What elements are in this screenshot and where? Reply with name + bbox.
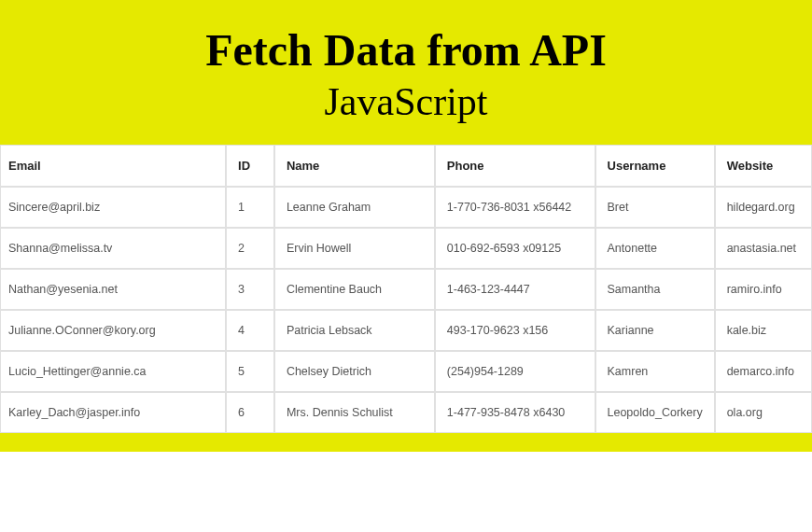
cell-website: hildegard.org [715, 187, 812, 228]
cell-username: Leopoldo_Corkery [595, 392, 715, 433]
cell-phone: 1-463-123-4447 [435, 269, 595, 310]
cell-username: Karianne [595, 310, 715, 351]
table-row: Shanna@melissa.tv2Ervin Howell010-692-65… [0, 228, 812, 269]
cell-id: 4 [226, 310, 274, 351]
page-title: Fetch Data from API [19, 26, 793, 76]
cell-email: Nathan@yesenia.net [0, 269, 226, 310]
cell-website: ramiro.info [715, 269, 812, 310]
cell-id: 2 [226, 228, 274, 269]
table-container: Email ID Name Phone Username Website Sin… [0, 145, 812, 433]
cell-phone: 493-170-9623 x156 [435, 310, 595, 351]
cell-website: ola.org [715, 392, 812, 433]
cell-phone: 1-770-736-8031 x56442 [435, 187, 595, 228]
column-header-phone: Phone [435, 145, 595, 187]
table-row: Karley_Dach@jasper.info6Mrs. Dennis Schu… [0, 392, 812, 433]
table-row: Sincere@april.biz1Leanne Graham1-770-736… [0, 187, 812, 228]
cell-name: Clementine Bauch [274, 269, 435, 310]
cell-name: Patricia Lebsack [274, 310, 435, 351]
page-subtitle: JavaScript [19, 79, 793, 124]
cell-email: Karley_Dach@jasper.info [0, 392, 226, 433]
footer-bar [0, 433, 812, 452]
cell-email: Sincere@april.biz [0, 187, 226, 228]
table-row: Lucio_Hettinger@annie.ca5Chelsey Dietric… [0, 351, 812, 392]
header-banner: Fetch Data from API JavaScript [0, 0, 812, 145]
column-header-name: Name [274, 145, 435, 187]
table-row: Nathan@yesenia.net3Clementine Bauch1-463… [0, 269, 812, 310]
column-header-id: ID [226, 145, 274, 187]
cell-name: Mrs. Dennis Schulist [274, 392, 435, 433]
cell-name: Leanne Graham [274, 187, 435, 228]
cell-phone: (254)954-1289 [435, 351, 595, 392]
column-header-email: Email [0, 145, 226, 187]
cell-email: Lucio_Hettinger@annie.ca [0, 351, 226, 392]
cell-id: 5 [226, 351, 274, 392]
cell-username: Bret [595, 187, 715, 228]
column-header-username: Username [595, 145, 715, 187]
cell-name: Ervin Howell [274, 228, 435, 269]
cell-id: 1 [226, 187, 274, 228]
cell-name: Chelsey Dietrich [274, 351, 435, 392]
cell-id: 3 [226, 269, 274, 310]
table-row: Julianne.OConner@kory.org4Patricia Lebsa… [0, 310, 812, 351]
table-header-row: Email ID Name Phone Username Website [0, 145, 812, 187]
cell-website: kale.biz [715, 310, 812, 351]
cell-email: Julianne.OConner@kory.org [0, 310, 226, 351]
cell-username: Kamren [595, 351, 715, 392]
cell-email: Shanna@melissa.tv [0, 228, 226, 269]
cell-phone: 010-692-6593 x09125 [435, 228, 595, 269]
cell-username: Antonette [595, 228, 715, 269]
cell-username: Samantha [595, 269, 715, 310]
data-table: Email ID Name Phone Username Website Sin… [0, 145, 812, 433]
cell-website: demarco.info [715, 351, 812, 392]
cell-phone: 1-477-935-8478 x6430 [435, 392, 595, 433]
cell-website: anastasia.net [715, 228, 812, 269]
column-header-website: Website [715, 145, 812, 187]
cell-id: 6 [226, 392, 274, 433]
